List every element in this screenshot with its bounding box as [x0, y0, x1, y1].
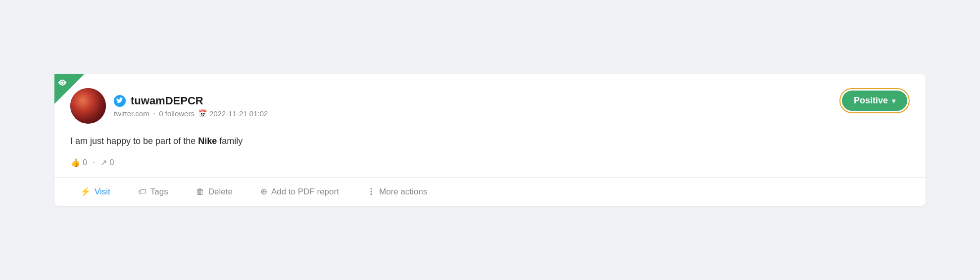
plus-circle-icon: ⊕: [260, 187, 267, 197]
more-icon: ⋮: [367, 187, 375, 197]
likes-item: 👍 0: [70, 158, 87, 167]
username-row: tuwamDEPCR: [114, 94, 268, 107]
post-content: I am just happy to be part of the Nike f…: [70, 135, 910, 148]
action-bar: ⚡ Visit 🏷 Tags 🗑 Delete ⊕ Add to PDF rep…: [54, 178, 926, 206]
brand-name: Nike: [198, 136, 217, 146]
post-suffix: family: [217, 136, 243, 146]
username: tuwamDEPCR: [131, 94, 203, 107]
more-label: More actions: [379, 187, 427, 197]
user-details: tuwamDEPCR twitter.com • 0 followers 📅 2…: [114, 94, 268, 118]
thumbs-up-icon: 👍: [70, 158, 80, 167]
trash-icon: 🗑: [196, 187, 204, 197]
card-body: tuwamDEPCR twitter.com • 0 followers 📅 2…: [54, 74, 926, 177]
sentiment-button-wrapper: Positive ▾: [839, 88, 910, 113]
followers-label: 0 followers: [159, 109, 195, 118]
delete-action[interactable]: 🗑 Delete: [182, 178, 246, 206]
twitter-icon: [114, 95, 126, 107]
sentiment-label: Positive: [854, 95, 888, 106]
svg-point-0: [61, 81, 63, 84]
visit-label: Visit: [95, 187, 110, 197]
add-pdf-action[interactable]: ⊕ Add to PDF report: [246, 178, 353, 206]
tags-action[interactable]: 🏷 Tags: [124, 178, 182, 206]
post-card: tuwamDEPCR twitter.com • 0 followers 📅 2…: [54, 74, 926, 206]
lightning-icon: ⚡: [80, 187, 91, 197]
likes-count: 0: [83, 158, 87, 167]
corner-ribbon: [54, 74, 84, 104]
datetime-label: 2022-11-21 01:02: [209, 109, 268, 118]
header-row: tuwamDEPCR twitter.com • 0 followers 📅 2…: [70, 88, 910, 124]
engagement-dot: •: [93, 160, 95, 165]
source-label: twitter.com: [114, 109, 149, 118]
post-prefix: I am just happy to be part of the: [70, 136, 198, 146]
meta-row: twitter.com • 0 followers 📅 2022-11-21 0…: [114, 109, 268, 118]
add-pdf-label: Add to PDF report: [271, 187, 339, 197]
shares-count: 0: [109, 158, 114, 167]
calendar-icon: 📅: [198, 109, 207, 117]
tags-label: Tags: [150, 187, 168, 197]
delete-label: Delete: [208, 187, 233, 197]
shares-item: ↗ 0: [100, 158, 114, 167]
ribbon-icon: [58, 78, 67, 89]
more-actions[interactable]: ⋮ More actions: [353, 178, 441, 206]
tags-icon: 🏷: [138, 187, 147, 197]
engagement-row: 👍 0 • ↗ 0: [70, 158, 910, 167]
user-info: tuwamDEPCR twitter.com • 0 followers 📅 2…: [70, 88, 268, 124]
meta-dot-1: •: [153, 111, 155, 116]
sentiment-button[interactable]: Positive ▾: [842, 91, 907, 111]
meta-datetime: 📅 2022-11-21 01:02: [198, 109, 268, 118]
share-icon: ↗: [100, 158, 107, 167]
visit-action[interactable]: ⚡ Visit: [66, 178, 124, 206]
chevron-down-icon: ▾: [892, 97, 895, 105]
